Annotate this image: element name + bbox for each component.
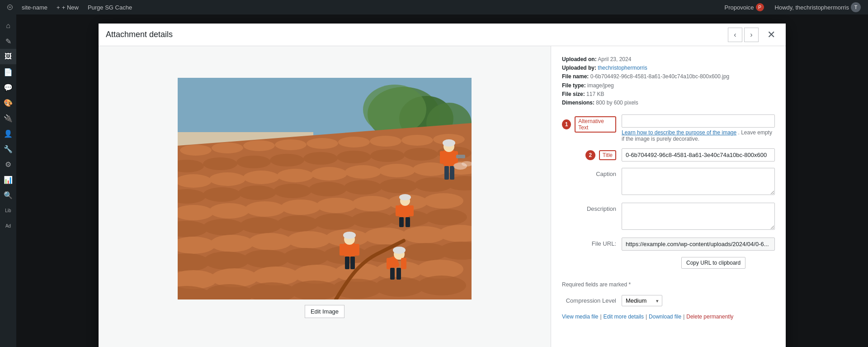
- svg-rect-118: [340, 244, 345, 256]
- title-input[interactable]: [622, 148, 775, 162]
- file-size-label: File size:: [562, 91, 585, 97]
- file-url-input[interactable]: [622, 238, 775, 251]
- sidebar-item-appearance[interactable]: 🎨: [0, 95, 16, 110]
- modal-overlay[interactable]: Attachment details ‹ › ✕: [16, 14, 868, 347]
- sidebar-item-pages[interactable]: 📄: [0, 64, 16, 80]
- edit-more-details-link[interactable]: Edit more details: [604, 314, 644, 320]
- propovoice-bar-item[interactable]: Propovoice P: [721, 0, 767, 14]
- file-name-label: File name:: [562, 73, 589, 80]
- uploaded-by-row: Uploaded by: thechristophermorris: [562, 64, 775, 72]
- compression-row: Compression Level None Low Medium High: [562, 295, 775, 306]
- sidebar-item-media[interactable]: 🖼: [0, 49, 16, 64]
- separator-3: |: [683, 314, 684, 320]
- svg-rect-128: [396, 268, 401, 280]
- svg-rect-106: [450, 166, 454, 180]
- sidebar: ⌂ ✎ 🖼 📄 💬 🎨 🔌 👤 🔧 ⚙ 📊 🔍 Lib Ad: [0, 14, 16, 347]
- dimensions-value: 800 by 600 pixels: [596, 100, 638, 106]
- svg-point-96: [290, 280, 339, 299]
- alt-text-input[interactable]: [622, 114, 775, 128]
- separator-2: |: [646, 314, 647, 320]
- svg-point-73: [287, 231, 330, 248]
- svg-rect-125: [387, 258, 392, 269]
- view-media-file-link[interactable]: View media file: [562, 314, 598, 320]
- sidebar-item-posts[interactable]: ✎: [0, 33, 16, 49]
- compression-select-wrapper: None Low Medium High: [622, 295, 662, 306]
- description-label: Description: [562, 203, 616, 212]
- svg-point-47: [238, 185, 276, 200]
- image-metadata: Uploaded on: April 23, 2024 Uploaded by:…: [562, 55, 775, 107]
- svg-point-66: [314, 214, 356, 230]
- alt-text-field-content: Learn how to describe the purpose of the…: [622, 114, 775, 142]
- comments-icon: 💬: [4, 83, 13, 92]
- alt-text-badge: 1: [562, 119, 571, 129]
- svg-point-41: [345, 165, 381, 179]
- sidebar-item-seo[interactable]: 🔍: [0, 187, 16, 203]
- plugins-icon: 🔌: [4, 114, 13, 123]
- svg-rect-105: [444, 166, 449, 180]
- site-name-bar-item[interactable]: site-name: [18, 0, 51, 14]
- next-attachment-button[interactable]: ›: [744, 28, 759, 42]
- sidebar-item-users[interactable]: 👤: [0, 126, 16, 141]
- alt-text-help: Learn how to describe the purpose of the…: [622, 129, 775, 142]
- sidebar-item-library[interactable]: Lib: [0, 203, 16, 218]
- file-type-row: File type: image/jpeg: [562, 81, 775, 90]
- svg-point-61: [424, 193, 463, 209]
- svg-rect-120: [345, 257, 349, 269]
- delete-permanently-link[interactable]: Delete permanently: [686, 314, 733, 320]
- sidebar-item-comments[interactable]: 💬: [0, 80, 16, 95]
- svg-point-102: [443, 139, 455, 147]
- svg-point-38: [243, 171, 279, 184]
- svg-point-72: [249, 233, 292, 250]
- attachment-details-modal: Attachment details ‹ › ✕: [99, 24, 786, 347]
- description-field-content: [622, 203, 775, 231]
- caption-input[interactable]: [622, 168, 775, 195]
- new-label: + New: [62, 4, 79, 11]
- user-greeting[interactable]: Howdy, thechristophermorris T: [771, 0, 864, 14]
- download-file-link[interactable]: Download file: [649, 314, 681, 320]
- svg-rect-100: [443, 150, 454, 166]
- svg-point-25: [401, 135, 433, 146]
- description-field: Description: [562, 203, 775, 231]
- svg-point-5: [363, 85, 426, 134]
- alt-text-label: Alternative Text: [575, 116, 616, 133]
- copy-url-button[interactable]: Copy URL to clipboard: [681, 257, 745, 269]
- purge-cache-button[interactable]: Purge SG Cache: [84, 0, 136, 14]
- svg-point-81: [283, 248, 329, 266]
- file-type-label: File type:: [562, 82, 586, 89]
- sidebar-item-dashboard[interactable]: ⌂: [0, 18, 16, 33]
- file-url-field: File URL:: [562, 238, 775, 251]
- svg-point-48: [274, 184, 311, 198]
- caption-label: Caption: [562, 168, 616, 177]
- sidebar-item-tools[interactable]: 🔧: [0, 141, 16, 157]
- modal-title: Attachment details: [106, 30, 173, 39]
- file-url-content: [622, 238, 775, 251]
- modal-close-button[interactable]: ✕: [764, 28, 778, 42]
- svg-rect-121: [350, 257, 355, 269]
- svg-point-55: [209, 203, 249, 219]
- uploaded-by-link[interactable]: thechristophermorris: [598, 65, 647, 71]
- prev-attachment-button[interactable]: ‹: [728, 28, 742, 42]
- new-content-button[interactable]: + + New: [53, 0, 82, 14]
- sidebar-item-settings[interactable]: ⚙: [0, 157, 16, 172]
- compression-select[interactable]: None Low Medium High: [622, 295, 662, 306]
- svg-rect-113: [399, 217, 404, 227]
- sidebar-item-add[interactable]: Ad: [0, 218, 16, 233]
- greeting-text: Howdy, thechristophermorris: [775, 4, 849, 11]
- title-badge: 2: [585, 150, 595, 160]
- svg-point-65: [277, 215, 319, 232]
- settings-icon: ⚙: [5, 160, 11, 169]
- required-note: Required fields are marked *: [562, 281, 775, 288]
- sidebar-item-plugins[interactable]: 🔌: [0, 110, 16, 126]
- sidebar-item-analytics[interactable]: 📊: [0, 172, 16, 187]
- modal-header: Attachment details ‹ › ✕: [99, 24, 786, 46]
- uploaded-on-value: April 23, 2024: [598, 56, 631, 62]
- alt-text-help-link[interactable]: Learn how to describe the purpose of the…: [622, 129, 736, 136]
- edit-image-button[interactable]: Edit Image: [305, 305, 344, 318]
- modal-footer-links: View media file | Edit more details | Do…: [562, 314, 775, 320]
- description-input[interactable]: [622, 203, 775, 230]
- svg-rect-107: [456, 155, 465, 158]
- caption-field-content: [622, 168, 775, 196]
- uploaded-by-value: thechristophermorris: [598, 65, 647, 71]
- wp-logo[interactable]: W: [4, 0, 16, 14]
- close-icon: ✕: [767, 29, 775, 41]
